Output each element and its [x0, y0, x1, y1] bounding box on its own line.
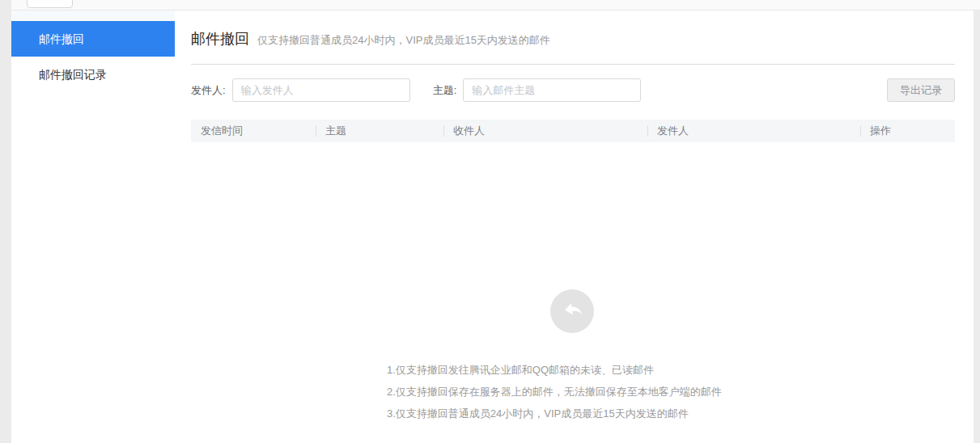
page-title: 邮件撤回: [191, 29, 249, 49]
column-header-sender: 发件人: [647, 120, 860, 142]
recall-tips: 1.仅支持撤回发往腾讯企业邮和QQ邮箱的未读、已读邮件 2.仅支持撤回保存在服务…: [387, 359, 722, 424]
scrollbar-track[interactable]: [974, 11, 980, 443]
empty-state: [550, 289, 594, 333]
column-header-action: 操作: [860, 120, 955, 142]
column-header-recipient: 收件人: [443, 120, 647, 142]
main-content: 邮件撤回 仅支持撤回普通成员24小时内，VIP成员最近15天内发送的邮件 发件人…: [175, 11, 974, 443]
tip-line-1: 1.仅支持撤回发往腾讯企业邮和QQ邮箱的未读、已读邮件: [387, 359, 722, 381]
subject-input[interactable]: [463, 78, 641, 102]
page-header: 邮件撤回 仅支持撤回普通成员24小时内，VIP成员最近15天内发送的邮件: [191, 29, 550, 49]
sidebar-item-mail-recall-records[interactable]: 邮件撤回记录: [11, 57, 175, 92]
subject-label: 主题:: [433, 83, 457, 98]
sidebar-top-strip: [11, 11, 175, 21]
topbar-button-remnant[interactable]: [27, 0, 73, 8]
column-header-send-time: 发信时间: [191, 120, 316, 142]
sidebar: 邮件撤回 邮件撤回记录: [11, 11, 175, 443]
sidebar-item-mail-recall[interactable]: 邮件撤回: [11, 21, 175, 57]
page-subtitle: 仅支持撤回普通成员24小时内，VIP成员最近15天内发送的邮件: [257, 33, 550, 48]
left-rail: [0, 0, 11, 443]
table-header: 发信时间 主题 收件人 发件人 操作: [191, 120, 955, 142]
sender-input[interactable]: [232, 78, 410, 102]
tip-line-3: 3.仅支持撤回普通成员24小时内，VIP成员最近15天内发送的邮件: [387, 403, 722, 424]
title-divider: [191, 64, 955, 65]
topbar: [11, 0, 980, 11]
export-records-button[interactable]: 导出记录: [887, 78, 955, 102]
filter-row: 发件人: 主题: 导出记录: [191, 78, 955, 102]
undo-arrow-icon: [560, 299, 584, 323]
sender-label: 发件人:: [191, 83, 226, 98]
tip-line-2: 2.仅支持撤回保存在服务器上的邮件，无法撤回保存至本地客户端的邮件: [387, 381, 722, 403]
column-header-subject: 主题: [316, 120, 443, 142]
